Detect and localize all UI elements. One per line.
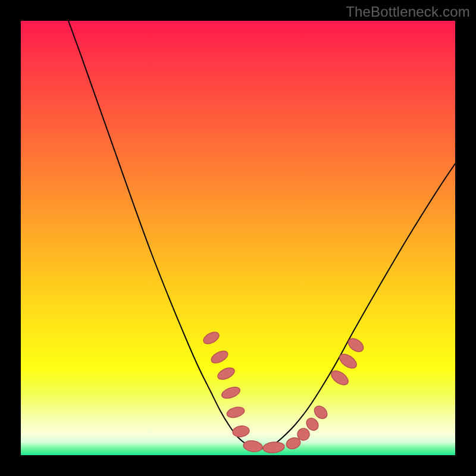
bead	[220, 385, 242, 400]
bead	[243, 440, 263, 453]
plot-area	[21, 21, 455, 455]
watermark-text: TheBottleneck.com	[346, 4, 470, 20]
bead	[202, 330, 221, 346]
bead	[232, 425, 250, 438]
curve-svg	[21, 21, 455, 455]
bead-markers	[202, 330, 366, 453]
bottleneck-curve	[68, 21, 455, 449]
chart-frame: TheBottleneck.com	[0, 0, 476, 476]
bead	[262, 441, 284, 453]
bead	[312, 403, 330, 421]
bead	[226, 405, 245, 419]
bead	[216, 365, 236, 381]
bead	[209, 349, 230, 365]
